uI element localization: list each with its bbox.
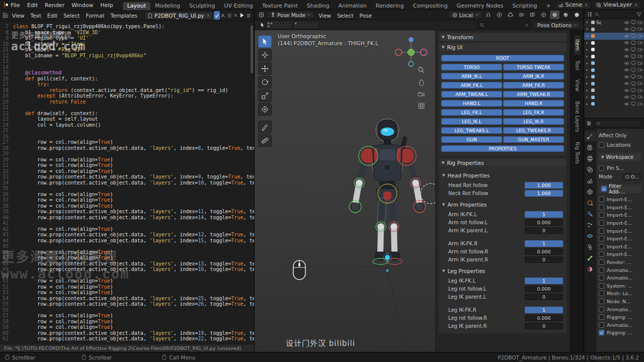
scene-selector[interactable]: Scene	[555, 1, 592, 9]
addon-row[interactable]: Import-E...	[599, 204, 641, 212]
text-menu-icon[interactable]	[246, 11, 252, 20]
property-field-leg-ik-fk-l[interactable]: 1	[525, 278, 563, 284]
code-line[interactable]: 28 row.prop(context.active_object.data, …	[0, 145, 254, 151]
bone-layer-cell[interactable]	[303, 22, 306, 25]
outliner-row[interactable]: ▸	[584, 67, 644, 74]
expand-icon[interactable]: ▸	[586, 88, 590, 93]
bone-layers-grid[interactable]	[267, 22, 291, 28]
bone-layer-cell[interactable]	[315, 25, 318, 28]
workspace-tab-uv-editing[interactable]: UV Editing	[219, 2, 257, 10]
bone-layer-cell[interactable]	[294, 25, 297, 28]
shading-rendered-icon[interactable]	[572, 11, 582, 19]
tool-annotate[interactable]	[258, 121, 272, 133]
render-disable-toggle[interactable]	[637, 27, 642, 31]
outliner-row[interactable]: ▸	[584, 53, 644, 60]
bone-layer-cell[interactable]	[270, 25, 273, 28]
rig-properties-panel-header[interactable]: ▼ Rig Properties	[439, 158, 567, 167]
filter-addons-checkbox[interactable]: ✓	[601, 186, 607, 192]
property-field-arm-ik-parent-l[interactable]: 0	[525, 227, 563, 234]
bone-layer-cell[interactable]	[288, 22, 291, 25]
datablock-chip[interactable]: P2DBOT_RIG_UI.py	[145, 12, 213, 20]
expand-icon[interactable]: ▸	[586, 75, 590, 79]
code-line[interactable]: 15 @classmethod	[0, 70, 254, 76]
code-line[interactable]: 57 row = col.row(align=True)	[0, 313, 254, 319]
bone-layer-cell[interactable]	[282, 25, 285, 28]
tool-tweak[interactable]	[258, 35, 272, 48]
addon-row[interactable]: Import-E...	[599, 235, 641, 243]
bone-layer-cell[interactable]	[276, 22, 279, 25]
code-line[interactable]: 52 row = col.row(align=True)	[0, 284, 254, 290]
render-disable-toggle[interactable]	[637, 54, 642, 58]
outliner-row[interactable]: ▾	[584, 33, 644, 40]
bone-layer-cell[interactable]	[309, 22, 312, 25]
viewport-disable-toggle[interactable]	[631, 102, 636, 106]
property-field-leg-ik-fk-r[interactable]: 1	[525, 307, 563, 313]
code-line[interactable]: 51 row = col.row(align=True)	[0, 278, 254, 284]
bone-layer-cell[interactable]	[267, 25, 270, 28]
tool-cursor[interactable]	[258, 49, 272, 61]
tool-measure[interactable]	[258, 134, 272, 147]
addon-checkbox[interactable]	[599, 283, 604, 289]
rig-button-hand-l[interactable]: HAND.L	[441, 100, 502, 107]
texted-menu-edit[interactable]: Edit	[44, 13, 60, 19]
rig-button-leg-fk-l[interactable]: LEG_FK.L	[441, 109, 502, 116]
hide-eye-toggle[interactable]	[624, 95, 629, 99]
expand-icon[interactable]: ▸	[586, 48, 590, 52]
hide-eye-toggle[interactable]	[624, 27, 629, 31]
rig-button-leg-tweaks-r[interactable]: LEG_TWEAKS.R	[503, 127, 564, 134]
code-line[interactable]: 60 row.prop(context.active_object.data, …	[0, 330, 254, 336]
xray-toggle-icon[interactable]	[528, 11, 537, 19]
rig-button-arm-ik-l[interactable]: ARM_IK.L	[441, 73, 502, 79]
addon-checkbox[interactable]	[599, 236, 604, 241]
code-line[interactable]: 9 bl_region_type = 'UI'	[0, 35, 254, 41]
code-line[interactable]: 39 row.prop(context.active_object.data, …	[0, 209, 254, 215]
sidebar-tab-item[interactable]: Item	[574, 35, 581, 55]
code-line[interactable]: 21	[0, 105, 254, 111]
code-line[interactable]: 48 row.prop(context.active_object.data, …	[0, 261, 254, 267]
rig-button-torso[interactable]: TORSO	[441, 64, 502, 70]
code-line[interactable]: 27 row = col.row(align=True)	[0, 139, 254, 145]
rig-button-properties[interactable]: PROPERTIES	[441, 145, 564, 152]
property-field-arm-rot-follow-l[interactable]: 0.000	[525, 219, 563, 226]
addon-checkbox[interactable]	[599, 322, 604, 328]
addon-row[interactable]: Import-E...	[599, 227, 641, 235]
rig-button-arm-tweak-l[interactable]: ARM_TWEAK.L	[441, 91, 502, 98]
code-line[interactable]: 34 row.prop(context.active_object.data, …	[0, 180, 254, 186]
properties-tab-bone[interactable]	[585, 253, 596, 263]
property-field-leg-ik-parent-l[interactable]: 0	[525, 294, 563, 300]
expand-icon[interactable]: ▸	[586, 95, 590, 99]
property-field-arm-ik-fk-r[interactable]: 1	[525, 240, 563, 247]
addon-checkbox[interactable]	[599, 259, 604, 265]
rig-button-arm-tweak-r[interactable]: ARM_TWEAK.R	[503, 91, 564, 98]
transform-orientation-dropdown[interactable]: Local	[449, 11, 482, 19]
render-disable-toggle[interactable]	[637, 95, 642, 99]
workspace-tab-rendering[interactable]: Rendering	[371, 2, 409, 10]
code-line[interactable]: 61 row.prop(context.active_object.data, …	[0, 336, 254, 342]
pose-options-dropdown[interactable]: Pose Options	[534, 21, 581, 29]
properties-tab-output[interactable]	[585, 153, 596, 163]
code-line[interactable]: 59 row = col.row(align=True)	[0, 324, 254, 330]
menu-help[interactable]: Help	[97, 2, 117, 9]
hide-eye-toggle[interactable]	[624, 54, 629, 58]
addon-row[interactable]: Rigging: ...	[599, 313, 641, 321]
bone-layer-cell[interactable]	[294, 22, 297, 25]
code-line[interactable]: 13	[0, 58, 254, 64]
addon-checkbox[interactable]	[599, 244, 604, 249]
hide-eye-toggle[interactable]	[624, 88, 629, 93]
viewport-disable-toggle[interactable]	[631, 95, 636, 100]
workspace-tab-scripting[interactable]: Scripting	[508, 2, 542, 10]
code-line[interactable]: 22 def draw(self, context):	[0, 111, 254, 117]
properties-editor-icon[interactable]	[586, 121, 592, 126]
overlays-toggle-icon[interactable]	[517, 11, 526, 19]
texted-menu-select[interactable]: Select	[60, 13, 83, 19]
bone-layer-cell[interactable]	[312, 25, 315, 28]
section-header-arm-properties[interactable]: ▼Arm Properties	[442, 201, 563, 209]
properties-tab-scene[interactable]	[585, 175, 596, 186]
code-line[interactable]: 46 row = col.row(align=True)	[0, 249, 254, 255]
addon-row[interactable]: Animatio...	[599, 305, 641, 313]
render-disable-toggle[interactable]	[637, 34, 642, 38]
addon-checkbox[interactable]	[599, 197, 604, 202]
viewport-disable-toggle[interactable]	[631, 27, 636, 32]
expand-icon[interactable]: ▸	[586, 41, 590, 45]
bone-layer-cell[interactable]	[306, 25, 309, 28]
